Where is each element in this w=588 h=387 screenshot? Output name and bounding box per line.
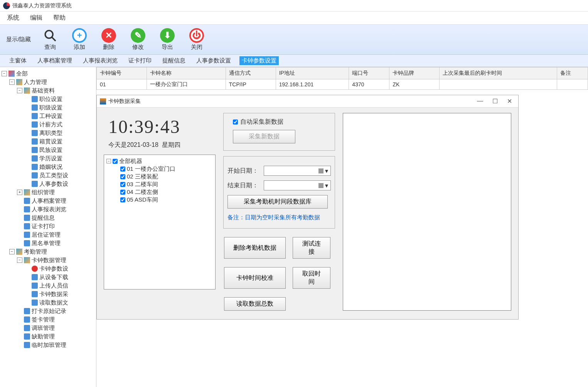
tree-basic-leaf-6[interactable]: 民族设置 [0,146,96,154]
machine-checkbox[interactable] [120,182,125,187]
grid-header-6[interactable]: 上次采集最后的刷卡时间 [440,67,557,79]
grid-cell[interactable]: 一楼办公室门口 [147,79,226,90]
tree-basic[interactable]: −基础资料 [0,86,96,95]
tree-hr-leaf-1[interactable]: 人事报表浏览 [0,205,96,214]
tree-clock-leaf-2[interactable]: 上传人员信 [0,281,96,290]
grid-header-5[interactable]: 卡钟品牌 [389,67,440,79]
grid-header-3[interactable]: IP地址 [276,67,349,79]
tab-archive[interactable]: 人事档案管理 [35,56,74,65]
tree-toggle[interactable]: − [2,71,7,76]
tree-toggle[interactable]: − [9,249,15,254]
start-date-input[interactable]: ▾ [264,166,331,176]
machine-item[interactable]: 03 二楼车间 [106,180,213,188]
grid-cell[interactable]: 4370 [349,79,389,90]
minimize-icon[interactable]: — [477,98,483,105]
tree-basic-leaf-7[interactable]: 学历设置 [0,154,96,163]
clock-grid[interactable]: 卡钟编号卡钟名称通信方式IP地址端口号卡钟品牌上次采集最后的刷卡时间备注 01一… [96,67,588,90]
tree-att-leaf-2[interactable]: 调班管理 [0,324,96,332]
tree-hr[interactable]: −人力管理 [0,78,96,86]
machine-root-checkbox[interactable] [113,159,118,164]
tab-hr-params[interactable]: 人事参数设置 [194,56,233,65]
show-hide-label[interactable]: 显示/隐藏 [6,36,31,43]
collect-range-button[interactable]: 采集考勤机时间段数据库 [227,195,328,209]
dialog-close-icon[interactable]: ✕ [507,98,512,105]
tree-clock-leaf-4[interactable]: 读取数据文 [0,298,96,307]
add-button[interactable]: + 添加 [69,28,89,51]
get-time-button[interactable]: 取回时间 [293,267,330,289]
dialog-titlebar[interactable]: 卡钟数据采集 — ☐ ✕ [97,95,518,108]
grid-header-4[interactable]: 端口号 [349,67,389,79]
edit-button[interactable]: ✎ 修改 [128,28,148,51]
menu-system[interactable]: 系统 [7,14,19,22]
menu-edit[interactable]: 编辑 [30,14,42,22]
grid-cell[interactable] [440,79,557,90]
tree-hr-leaf-3[interactable]: 证卡打印 [0,222,96,231]
machine-checkbox[interactable] [120,190,125,195]
grid-cell[interactable]: ZK [389,79,440,90]
tab-report[interactable]: 人事报表浏览 [81,56,120,65]
delete-data-button[interactable]: 删除考勤机数据 [224,237,286,259]
tab-card[interactable]: 证卡打印 [126,56,154,65]
machine-checkbox[interactable] [120,167,125,172]
tree-toggle[interactable]: − [17,88,22,93]
machine-checkbox[interactable] [120,174,125,179]
tree-hr-leaf-2[interactable]: 提醒信息 [0,214,96,222]
tree-hr-leaf-0[interactable]: 人事档案管理 [0,197,96,205]
tree-att-leaf-1[interactable]: 签卡管理 [0,315,96,324]
grid-header-0[interactable]: 卡钟编号 [97,67,147,79]
tree-basic-leaf-9[interactable]: 员工类型设 [0,171,96,180]
sidebar-tree[interactable]: −全部−人力管理−基础资料职位设置职级设置工种设置计薪方式离职类型籍贯设置民族设… [0,67,96,387]
tree-att-leaf-3[interactable]: 缺勤管理 [0,332,96,341]
grid-cell[interactable]: 01 [97,79,147,90]
tree-basic-leaf-5[interactable]: 籍贯设置 [0,137,96,146]
collect-new-button[interactable]: 采集新数据 [233,130,295,143]
tab-remind[interactable]: 提醒信息 [160,56,188,65]
tree-basic-leaf-1[interactable]: 职级设置 [0,103,96,112]
grid-header-1[interactable]: 卡钟名称 [147,67,226,79]
tree-att-leaf-4[interactable]: 临时加班管理 [0,341,96,349]
machine-item[interactable]: 01 一楼办公室门口 [106,165,213,173]
machine-checkbox[interactable] [120,197,125,202]
grid-header-7[interactable]: 备注 [557,67,588,79]
tree-toggle[interactable]: − [9,79,15,85]
machine-item[interactable]: 02 三楼装配 [106,173,213,180]
machine-item[interactable]: 04 二楼左侧 [106,188,213,196]
tree-clock-leaf-3[interactable]: 卡钟数据采 [0,290,96,298]
tree-hr-leaf-4[interactable]: 居住证管理 [0,231,96,239]
tree-basic-leaf-0[interactable]: 职位设置 [0,95,96,103]
test-connect-button[interactable]: 测试连接 [293,237,330,259]
tree-clock-data[interactable]: −卡钟数据管理 [0,256,96,264]
tab-main[interactable]: 主窗体 [7,56,29,65]
close-button[interactable]: ⏻ 关闭 [187,28,207,51]
tree-toggle[interactable]: + [17,190,22,195]
tab-clock-params[interactable]: 卡钟参数设置 [239,56,279,65]
grid-cell[interactable]: TCP/IP [226,79,276,90]
end-date-input[interactable]: ▾ [264,180,331,190]
maximize-icon[interactable]: ☐ [492,98,498,105]
menu-help[interactable]: 帮助 [53,14,66,22]
tree-root[interactable]: −全部 [0,69,96,78]
table-row[interactable]: 01一楼办公室门口TCP/IP192.168.1.2014370ZK [97,79,588,90]
tree-toggle[interactable]: − [106,159,111,163]
read-total-button[interactable]: 读取数据总数 [224,297,286,311]
machine-tree[interactable]: −全部机器01 一楼办公室门口02 三楼装配03 二楼车间04 二楼左侧05 A… [104,155,216,289]
tree-basic-leaf-10[interactable]: 人事参数设 [0,180,96,188]
search-button[interactable]: 查询 [40,28,60,51]
machine-item[interactable]: 05 ASD车间 [106,196,213,204]
tree-basic-leaf-8[interactable]: 婚姻状况 [0,163,96,171]
tree-clock-leaf-1[interactable]: 从设备下载 [0,273,96,281]
sync-time-button[interactable]: 卡钟时间校准 [224,267,286,289]
grid-cell[interactable]: 192.168.1.201 [276,79,349,90]
tree-hr-leaf-5[interactable]: 黑名单管理 [0,239,96,247]
tree-basic-leaf-3[interactable]: 计薪方式 [0,120,96,129]
tree-basic-leaf-4[interactable]: 离职类型 [0,129,96,137]
tree-att[interactable]: −考勤管理 [0,247,96,256]
grid-header-2[interactable]: 通信方式 [226,67,276,79]
grid-cell[interactable] [557,79,588,90]
tree-basic-leaf-2[interactable]: 工种设置 [0,112,96,120]
tree-org[interactable]: +组织管理 [0,188,96,197]
tree-att-leaf-0[interactable]: 打卡原始记录 [0,307,96,315]
auto-collect-checkbox[interactable] [233,119,238,125]
tree-toggle[interactable]: − [17,257,22,263]
delete-button[interactable]: ✕ 删除 [99,28,119,51]
